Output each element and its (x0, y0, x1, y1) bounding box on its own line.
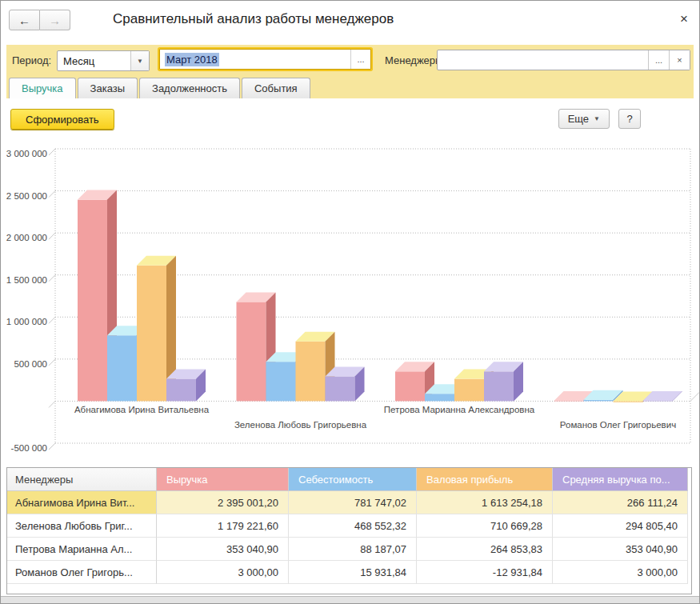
table-body: Абнагимова Ирина Вит...2 395 001,20781 7… (7, 491, 691, 584)
bar-front[interactable] (266, 362, 296, 401)
value-cell[interactable]: -12 931,84 (417, 561, 553, 584)
value-cell[interactable]: 88 187,07 (289, 538, 417, 561)
more-button[interactable]: Еще ▼ (558, 109, 610, 129)
tab-zakazy[interactable]: Заказы (78, 78, 138, 98)
managers-input[interactable] (438, 51, 648, 69)
bar-front[interactable] (554, 401, 584, 402)
value-cell[interactable]: 15 931,84 (289, 561, 417, 584)
bar-front[interactable] (296, 342, 326, 402)
bar-front[interactable] (425, 394, 454, 401)
help-button[interactable]: ? (618, 109, 641, 129)
date-value-selected: Март 2018 (165, 53, 219, 66)
table-row[interactable]: Абнагимова Ирина Вит...2 395 001,20781 7… (7, 491, 691, 514)
managers-picker-button[interactable]: ... (648, 50, 669, 70)
value-cell[interactable]: 353 040,90 (157, 538, 289, 561)
manager-name-cell[interactable]: Зеленова Любовь Григ... (7, 514, 157, 538)
bar-front[interactable] (78, 200, 107, 402)
chart-canvas: 3 000 0002 500 0002 000 0001 500 0001 00… (1, 141, 700, 465)
page-title: Сравнительный анализ работы менеджеров (113, 11, 394, 27)
value-cell[interactable]: 266 111,24 (553, 491, 688, 514)
manager-name-cell[interactable]: Абнагимова Ирина Вит... (7, 491, 157, 514)
bar-front[interactable] (395, 371, 425, 401)
axis-tick (49, 317, 55, 323)
bar-front[interactable] (326, 376, 355, 401)
table-empty-strip (7, 584, 691, 594)
title-bar: ← → Сравнительный анализ работы менеджер… (1, 1, 699, 45)
filter-row: Период: Месяц ▼ Март 2018 ... Менеджеры:… (6, 49, 694, 73)
report-tabs: Выручка Заказы Задолженность События (9, 78, 312, 98)
navigation-buttons: ← → (9, 10, 70, 30)
value-cell[interactable]: 3 000,00 (553, 561, 688, 584)
table-header-row: МенеджерыВыручкаСебестоимостьВаловая при… (7, 468, 691, 491)
back-arrow-icon: ← (18, 14, 30, 27)
chevron-down-icon[interactable]: ▼ (130, 51, 149, 70)
bar-chart: 3 000 0002 500 0002 000 0001 500 0001 00… (1, 141, 700, 465)
generate-button[interactable]: Сформировать (10, 109, 114, 130)
value-cell[interactable]: 3 000,00 (157, 561, 289, 584)
bar-front[interactable] (107, 335, 137, 401)
value-cell[interactable]: 468 552,32 (289, 514, 417, 538)
bar-front[interactable] (484, 371, 514, 401)
bar-3-group-0[interactable] (166, 369, 206, 401)
x-axis-category-label: Петрова Марианна Александровна (384, 405, 535, 414)
value-cell[interactable]: 2 395 001,20 (157, 491, 289, 514)
toolbar: Сформировать Еще ▼ ? (1, 98, 699, 138)
bar-front[interactable] (584, 400, 614, 402)
bar-front[interactable] (454, 379, 484, 402)
axis-tick (49, 359, 55, 366)
table-row[interactable]: Петрова Марианна Ал...353 040,9088 187,0… (7, 538, 691, 561)
value-cell[interactable]: 294 805,40 (553, 514, 688, 538)
x-axis-category-label: Романов Олег Григорьевич (560, 420, 676, 430)
table-row[interactable]: Романов Олег Григорь...3 000,0015 931,84… (7, 561, 691, 584)
tab-sobytiya[interactable]: События (242, 78, 310, 98)
y-axis-label: 3 000 000 (6, 149, 47, 158)
y-axis-label: 1 000 000 (6, 317, 47, 326)
bar-front[interactable] (237, 302, 266, 401)
value-cell[interactable]: 1 613 254,18 (417, 491, 553, 514)
value-cell[interactable]: 353 040,90 (553, 538, 688, 561)
close-icon[interactable]: × (680, 12, 688, 26)
bar-front[interactable] (137, 266, 166, 402)
y-axis-label: 2 000 000 (6, 233, 47, 242)
y-axis-label: -500 000 (11, 443, 47, 453)
date-input[interactable]: Март 2018 ... (159, 49, 371, 70)
managers-clear-icon[interactable]: × (669, 50, 690, 70)
axis-tick (49, 191, 55, 198)
value-cell[interactable]: 1 179 221,60 (157, 514, 289, 538)
manager-name-cell[interactable]: Романов Олег Григорь... (7, 561, 157, 584)
axis-tick (49, 149, 55, 155)
x-axis-category-label: Абнагимова Ирина Витальевна (74, 405, 210, 414)
value-cell[interactable]: 710 669,28 (417, 514, 553, 538)
forward-button[interactable]: → (40, 10, 70, 30)
managers-field: ... × (437, 50, 690, 70)
value-cell[interactable]: 264 853,83 (417, 538, 553, 561)
bar-front[interactable] (166, 378, 196, 401)
bar-3-group-2[interactable] (484, 362, 523, 401)
filter-panel: Период: Месяц ▼ Март 2018 ... Менеджеры:… (6, 45, 694, 98)
column-header-0[interactable]: Менеджеры (7, 468, 157, 491)
column-header-2[interactable]: Себестоимость (289, 468, 417, 491)
value-cell[interactable]: 781 747,02 (289, 491, 417, 514)
tab-vyruchka[interactable]: Выручка (9, 78, 76, 98)
axis-tick (49, 401, 55, 407)
back-button[interactable]: ← (9, 10, 40, 30)
x-axis-category-label: Зеленова Любовь Григорьевна (234, 420, 367, 430)
chevron-down-icon: ▼ (594, 115, 600, 122)
date-picker-button[interactable]: ... (350, 50, 370, 69)
window-bottom-edge (1, 596, 699, 603)
manager-name-cell[interactable]: Петрова Марианна Ал... (7, 538, 157, 561)
managers-table: МенеджерыВыручкаСебестоимостьВаловая при… (6, 467, 692, 594)
table-row[interactable]: Зеленова Любовь Григ...1 179 221,60468 5… (7, 514, 691, 538)
y-axis-label: 1 500 000 (6, 275, 47, 285)
period-combobox[interactable]: Месяц ▼ (57, 50, 150, 71)
column-header-4[interactable]: Средняя выручка по... (553, 468, 688, 491)
floor-edge (690, 392, 699, 401)
bar-front[interactable] (643, 401, 673, 402)
report-window: ← → Сравнительный анализ работы менеджер… (0, 0, 700, 604)
period-label: Период: (12, 54, 51, 66)
bar-3-group-1[interactable] (326, 366, 365, 401)
bar-front[interactable] (614, 401, 643, 402)
column-header-1[interactable]: Выручка (157, 468, 289, 491)
tab-zadolzhennost[interactable]: Задолженность (139, 78, 240, 98)
column-header-3[interactable]: Валовая прибыль (417, 468, 553, 491)
